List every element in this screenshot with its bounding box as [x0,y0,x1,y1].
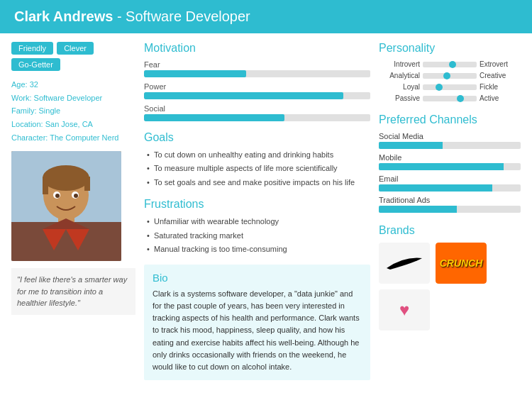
channel-traditional: Traditional Ads [379,196,521,213]
channel-fill-mobile [379,163,504,170]
motivation-section: Motivation Fear Power Social [144,42,370,121]
person-title-separator: - [117,9,126,24]
channel-fill-social [379,142,443,149]
bio-title: Bio [153,272,362,284]
avatar-image [11,151,121,261]
motivation-bar-power: Power [144,82,370,99]
motivation-title: Motivation [144,42,370,55]
pers-label-loyal: Loyal [379,83,420,91]
pers-marker-1 [449,61,456,68]
channel-track-mobile [379,163,521,170]
channel-social-media: Social Media [379,132,521,149]
info-family: Family: Single [11,104,135,118]
person-title: Software Developer [126,9,250,24]
channels-section: Preferred Channels Social Media Mobile E… [379,113,521,213]
brands-grid: CRUNCH ♥ [379,243,521,331]
goals-section: Goals To cut down on unhealthy eating an… [144,131,370,188]
channel-label-social: Social Media [379,132,521,140]
tags-container: Friendly Clever Go-Getter [11,42,135,71]
pers-label-introvert: Introvert [379,60,420,68]
goals-title: Goals [144,131,370,144]
pers-label-fickle: Fickle [480,83,521,91]
frustration-item-2: Saturated tracking market [147,231,370,241]
brands-section: Brands CRUNCH ♥ [379,224,521,331]
channel-label-mobile: Mobile [379,153,521,162]
goal-item-3: To set goals and see and make positive i… [147,177,370,188]
info-work: Work: Software Developer [11,91,135,105]
pers-row-passive: Passive Active [379,94,521,102]
pers-label-passive: Passive [379,94,420,102]
page-header: Clark Andrews - Software Developer [0,0,532,33]
crunch-label: CRUNCH [440,257,483,269]
info-age: Age: 32 [11,78,135,91]
svg-point-4 [43,165,89,191]
channel-track-social [379,142,521,149]
avatar [11,151,121,261]
profile-info: Age: 32 Work: Software Developer Family:… [11,78,135,144]
pers-track-2 [423,73,477,79]
main-layout: Friendly Clever Go-Getter Age: 32 Work: … [0,33,532,389]
person-name: Clark Andrews [14,9,113,24]
frustrations-section: Frustrations Unfamiliar with wearable te… [144,198,370,255]
pers-row-introvert: Introvert Extrovert [379,60,521,68]
pers-label-active: Active [480,94,521,102]
personality-title: Personality [379,42,521,55]
bar-fill-social [144,114,284,121]
channel-fill-email [379,184,492,192]
pers-track-3 [423,84,477,90]
svg-point-9 [55,194,60,198]
brands-title: Brands [379,224,521,237]
frustration-item-3: Manual tracking is too time-consuming [147,244,370,255]
frustrations-title: Frustrations [144,198,370,211]
heart-icon: ♥ [399,300,409,320]
channel-label-email: Email [379,174,521,183]
goal-item-2: To measure multiple aspects of life more… [147,163,370,174]
bar-track-social [144,114,370,121]
svg-rect-5 [43,177,48,194]
pers-track-4 [423,96,477,101]
motivation-bar-fear: Fear [144,60,370,77]
frustration-item-1: Unfamiliar with wearable technology [147,216,370,227]
tag-clever: Clever [57,42,94,55]
pers-label-creative: Creative [480,72,521,79]
channel-track-email [379,184,521,192]
middle-column: Motivation Fear Power Social [144,42,370,380]
brand-crunch: CRUNCH [436,243,487,284]
pers-track-1 [423,62,477,67]
frustrations-list: Unfamiliar with wearable technology Satu… [144,216,370,255]
right-column: Personality Introvert Extrovert Analytic… [379,42,521,380]
tag-friendly: Friendly [11,42,53,55]
channel-track-traditional [379,206,521,213]
bio-text: Clark is a systems software developer, a… [153,288,362,372]
tag-gogetter: Go-Getter [11,58,60,71]
info-character: Character: The Computer Nerd [11,131,135,145]
motivation-bar-social: Social [144,104,370,121]
goal-item-1: To cut down on unhealthy eating and drin… [147,150,370,160]
info-location: Location: San Jose, CA [11,118,135,131]
channels-title: Preferred Channels [379,113,521,126]
brand-heart: ♥ [379,289,430,331]
svg-point-10 [74,194,78,198]
channel-mobile: Mobile [379,153,521,170]
pers-row-loyal: Loyal Fickle [379,83,521,91]
bar-fill-power [144,92,343,99]
bar-track-fear [144,70,370,77]
pers-marker-3 [436,84,443,91]
nike-logo-svg [383,253,426,274]
left-column: Friendly Clever Go-Getter Age: 32 Work: … [11,42,135,380]
pers-label-analytical: Analytical [379,72,420,79]
bar-label-social: Social [144,104,370,113]
brand-nike [379,243,430,284]
channel-label-traditional: Traditional Ads [379,196,521,204]
bar-fill-fear [144,70,246,77]
personality-section: Personality Introvert Extrovert Analytic… [379,42,521,102]
svg-rect-6 [84,177,90,191]
pers-label-extrovert: Extrovert [480,60,521,68]
channel-email: Email [379,174,521,192]
pers-marker-2 [443,72,450,79]
channel-fill-traditional [379,206,457,213]
quote: "I feel like there's a smarter way for m… [11,268,135,315]
person-illustration [11,151,121,261]
bar-track-power [144,92,370,99]
pers-marker-4 [457,95,464,102]
